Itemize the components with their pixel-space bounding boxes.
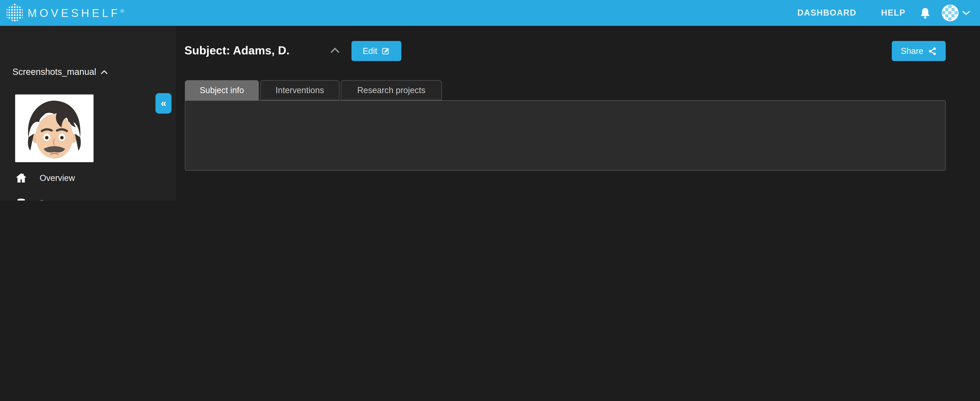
share-nodes-icon <box>928 46 937 56</box>
tab-label: Research projects <box>357 85 425 95</box>
registered-mark: ® <box>120 8 124 14</box>
tab-interventions[interactable]: Interventions <box>260 80 339 100</box>
project-switcher[interactable]: Screenshots_manual <box>13 67 108 77</box>
edit-button-label: Edit <box>363 46 377 56</box>
notifications-bell-icon[interactable] <box>920 7 931 20</box>
account-chevron-down-icon[interactable] <box>962 10 970 16</box>
share-button-label: Share <box>901 46 923 56</box>
sidebar-item-dataset[interactable]: Dataset <box>15 197 69 200</box>
brand-name: MOVESHELF® <box>28 7 124 20</box>
nav-help-link[interactable]: HELP <box>881 0 905 26</box>
subject-edit-button[interactable]: Edit <box>352 41 401 61</box>
home-icon <box>15 172 27 184</box>
project-collapse-caret-icon[interactable] <box>101 70 108 74</box>
tab-subject-info[interactable]: Subject info <box>185 80 259 101</box>
subject-collapse-caret-icon[interactable] <box>330 47 340 53</box>
database-icon <box>15 197 27 200</box>
sidebar-item-label: Overview <box>40 173 75 183</box>
tab-research-projects[interactable]: Research projects <box>341 80 442 100</box>
sidebar: Screenshots_manual <box>0 26 176 200</box>
subject-photo[interactable] <box>15 94 94 162</box>
share-button[interactable]: Share <box>892 41 946 61</box>
user-avatar[interactable] <box>942 5 959 21</box>
tab-label: Subject info <box>200 86 244 95</box>
nav-dashboard-link[interactable]: DASHBOARD <box>797 0 856 26</box>
subject-info-panel <box>185 100 946 171</box>
top-bar: MOVESHELF® DASHBOARD HELP <box>0 0 980 26</box>
subject-page-title: Subject: Adams, D. <box>185 44 290 57</box>
subject-tabs: Subject info Interventions Research proj… <box>185 80 442 101</box>
tab-label: Interventions <box>275 85 324 95</box>
sidebar-collapse-button[interactable]: « <box>156 93 172 114</box>
moveshelf-logo-icon[interactable] <box>5 3 24 23</box>
project-name: Screenshots_manual <box>13 67 96 77</box>
edit-pencil-square-icon <box>382 47 390 55</box>
app-window: MOVESHELF® DASHBOARD HELP <box>0 0 980 200</box>
sidebar-item-label: Dataset <box>40 199 69 200</box>
sidebar-item-overview[interactable]: Overview <box>15 172 75 184</box>
